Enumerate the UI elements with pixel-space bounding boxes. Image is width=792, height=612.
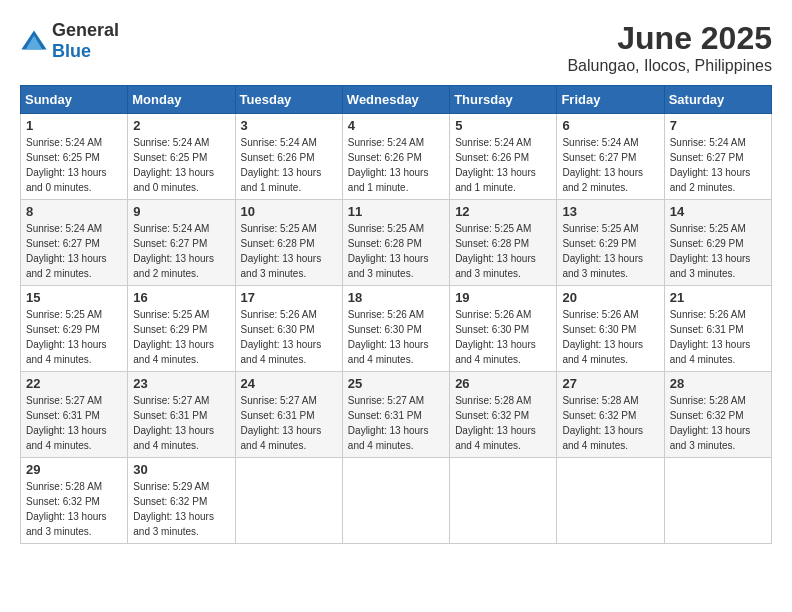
weekday-header-friday: Friday <box>557 86 664 114</box>
calendar-cell: 24Sunrise: 5:27 AMSunset: 6:31 PMDayligh… <box>235 372 342 458</box>
calendar-cell: 30Sunrise: 5:29 AMSunset: 6:32 PMDayligh… <box>128 458 235 544</box>
calendar-cell: 18Sunrise: 5:26 AMSunset: 6:30 PMDayligh… <box>342 286 449 372</box>
day-number: 11 <box>348 204 444 219</box>
day-info: Sunrise: 5:24 AMSunset: 6:26 PMDaylight:… <box>241 135 337 195</box>
calendar-cell <box>342 458 449 544</box>
calendar-cell: 13Sunrise: 5:25 AMSunset: 6:29 PMDayligh… <box>557 200 664 286</box>
calendar-week-row: 15Sunrise: 5:25 AMSunset: 6:29 PMDayligh… <box>21 286 772 372</box>
day-number: 24 <box>241 376 337 391</box>
calendar-cell: 21Sunrise: 5:26 AMSunset: 6:31 PMDayligh… <box>664 286 771 372</box>
day-info: Sunrise: 5:27 AMSunset: 6:31 PMDaylight:… <box>26 393 122 453</box>
logo-blue-text: Blue <box>52 41 91 61</box>
calendar-cell: 14Sunrise: 5:25 AMSunset: 6:29 PMDayligh… <box>664 200 771 286</box>
calendar-cell <box>235 458 342 544</box>
calendar-cell <box>557 458 664 544</box>
calendar-header-row: SundayMondayTuesdayWednesdayThursdayFrid… <box>21 86 772 114</box>
day-info: Sunrise: 5:25 AMSunset: 6:28 PMDaylight:… <box>241 221 337 281</box>
day-info: Sunrise: 5:25 AMSunset: 6:28 PMDaylight:… <box>348 221 444 281</box>
day-info: Sunrise: 5:25 AMSunset: 6:29 PMDaylight:… <box>670 221 766 281</box>
calendar-cell: 1Sunrise: 5:24 AMSunset: 6:25 PMDaylight… <box>21 114 128 200</box>
logo: General Blue <box>20 20 119 62</box>
day-number: 26 <box>455 376 551 391</box>
calendar-table: SundayMondayTuesdayWednesdayThursdayFrid… <box>20 85 772 544</box>
calendar-week-row: 8Sunrise: 5:24 AMSunset: 6:27 PMDaylight… <box>21 200 772 286</box>
calendar-week-row: 22Sunrise: 5:27 AMSunset: 6:31 PMDayligh… <box>21 372 772 458</box>
day-info: Sunrise: 5:24 AMSunset: 6:27 PMDaylight:… <box>562 135 658 195</box>
calendar-cell: 17Sunrise: 5:26 AMSunset: 6:30 PMDayligh… <box>235 286 342 372</box>
calendar-cell: 28Sunrise: 5:28 AMSunset: 6:32 PMDayligh… <box>664 372 771 458</box>
day-info: Sunrise: 5:24 AMSunset: 6:25 PMDaylight:… <box>26 135 122 195</box>
day-info: Sunrise: 5:27 AMSunset: 6:31 PMDaylight:… <box>348 393 444 453</box>
day-number: 29 <box>26 462 122 477</box>
day-number: 20 <box>562 290 658 305</box>
calendar-cell: 16Sunrise: 5:25 AMSunset: 6:29 PMDayligh… <box>128 286 235 372</box>
day-number: 6 <box>562 118 658 133</box>
calendar-body: 1Sunrise: 5:24 AMSunset: 6:25 PMDaylight… <box>21 114 772 544</box>
day-info: Sunrise: 5:24 AMSunset: 6:25 PMDaylight:… <box>133 135 229 195</box>
day-number: 25 <box>348 376 444 391</box>
day-info: Sunrise: 5:28 AMSunset: 6:32 PMDaylight:… <box>670 393 766 453</box>
calendar-week-row: 1Sunrise: 5:24 AMSunset: 6:25 PMDaylight… <box>21 114 772 200</box>
day-info: Sunrise: 5:25 AMSunset: 6:28 PMDaylight:… <box>455 221 551 281</box>
day-number: 23 <box>133 376 229 391</box>
calendar-cell: 2Sunrise: 5:24 AMSunset: 6:25 PMDaylight… <box>128 114 235 200</box>
calendar-cell <box>664 458 771 544</box>
day-number: 1 <box>26 118 122 133</box>
day-info: Sunrise: 5:24 AMSunset: 6:26 PMDaylight:… <box>455 135 551 195</box>
day-info: Sunrise: 5:25 AMSunset: 6:29 PMDaylight:… <box>26 307 122 367</box>
calendar-cell: 5Sunrise: 5:24 AMSunset: 6:26 PMDaylight… <box>450 114 557 200</box>
day-number: 4 <box>348 118 444 133</box>
calendar-cell: 7Sunrise: 5:24 AMSunset: 6:27 PMDaylight… <box>664 114 771 200</box>
day-info: Sunrise: 5:24 AMSunset: 6:27 PMDaylight:… <box>26 221 122 281</box>
month-title: June 2025 <box>567 20 772 57</box>
calendar-cell: 6Sunrise: 5:24 AMSunset: 6:27 PMDaylight… <box>557 114 664 200</box>
day-number: 19 <box>455 290 551 305</box>
weekday-header-thursday: Thursday <box>450 86 557 114</box>
day-info: Sunrise: 5:28 AMSunset: 6:32 PMDaylight:… <box>26 479 122 539</box>
calendar-week-row: 29Sunrise: 5:28 AMSunset: 6:32 PMDayligh… <box>21 458 772 544</box>
day-info: Sunrise: 5:26 AMSunset: 6:30 PMDaylight:… <box>241 307 337 367</box>
day-number: 13 <box>562 204 658 219</box>
day-number: 7 <box>670 118 766 133</box>
calendar-cell: 26Sunrise: 5:28 AMSunset: 6:32 PMDayligh… <box>450 372 557 458</box>
calendar-cell: 4Sunrise: 5:24 AMSunset: 6:26 PMDaylight… <box>342 114 449 200</box>
day-info: Sunrise: 5:27 AMSunset: 6:31 PMDaylight:… <box>133 393 229 453</box>
calendar-cell: 27Sunrise: 5:28 AMSunset: 6:32 PMDayligh… <box>557 372 664 458</box>
calendar-cell: 11Sunrise: 5:25 AMSunset: 6:28 PMDayligh… <box>342 200 449 286</box>
day-info: Sunrise: 5:24 AMSunset: 6:26 PMDaylight:… <box>348 135 444 195</box>
weekday-header-sunday: Sunday <box>21 86 128 114</box>
calendar-cell: 15Sunrise: 5:25 AMSunset: 6:29 PMDayligh… <box>21 286 128 372</box>
day-info: Sunrise: 5:29 AMSunset: 6:32 PMDaylight:… <box>133 479 229 539</box>
weekday-header-monday: Monday <box>128 86 235 114</box>
calendar-cell: 19Sunrise: 5:26 AMSunset: 6:30 PMDayligh… <box>450 286 557 372</box>
day-info: Sunrise: 5:26 AMSunset: 6:30 PMDaylight:… <box>562 307 658 367</box>
day-number: 2 <box>133 118 229 133</box>
calendar-cell: 8Sunrise: 5:24 AMSunset: 6:27 PMDaylight… <box>21 200 128 286</box>
day-info: Sunrise: 5:26 AMSunset: 6:31 PMDaylight:… <box>670 307 766 367</box>
day-number: 12 <box>455 204 551 219</box>
day-info: Sunrise: 5:24 AMSunset: 6:27 PMDaylight:… <box>670 135 766 195</box>
calendar-cell <box>450 458 557 544</box>
day-number: 21 <box>670 290 766 305</box>
day-info: Sunrise: 5:28 AMSunset: 6:32 PMDaylight:… <box>455 393 551 453</box>
day-info: Sunrise: 5:25 AMSunset: 6:29 PMDaylight:… <box>133 307 229 367</box>
day-number: 16 <box>133 290 229 305</box>
calendar-cell: 22Sunrise: 5:27 AMSunset: 6:31 PMDayligh… <box>21 372 128 458</box>
day-info: Sunrise: 5:26 AMSunset: 6:30 PMDaylight:… <box>348 307 444 367</box>
calendar-cell: 23Sunrise: 5:27 AMSunset: 6:31 PMDayligh… <box>128 372 235 458</box>
page-header: General Blue June 2025 Balungao, Ilocos,… <box>20 20 772 75</box>
day-number: 15 <box>26 290 122 305</box>
calendar-cell: 25Sunrise: 5:27 AMSunset: 6:31 PMDayligh… <box>342 372 449 458</box>
calendar-cell: 29Sunrise: 5:28 AMSunset: 6:32 PMDayligh… <box>21 458 128 544</box>
day-number: 22 <box>26 376 122 391</box>
weekday-header-tuesday: Tuesday <box>235 86 342 114</box>
calendar-cell: 20Sunrise: 5:26 AMSunset: 6:30 PMDayligh… <box>557 286 664 372</box>
calendar-cell: 12Sunrise: 5:25 AMSunset: 6:28 PMDayligh… <box>450 200 557 286</box>
calendar-cell: 3Sunrise: 5:24 AMSunset: 6:26 PMDaylight… <box>235 114 342 200</box>
day-info: Sunrise: 5:28 AMSunset: 6:32 PMDaylight:… <box>562 393 658 453</box>
title-area: June 2025 Balungao, Ilocos, Philippines <box>567 20 772 75</box>
day-number: 8 <box>26 204 122 219</box>
day-number: 10 <box>241 204 337 219</box>
day-number: 18 <box>348 290 444 305</box>
logo-icon <box>20 27 48 55</box>
